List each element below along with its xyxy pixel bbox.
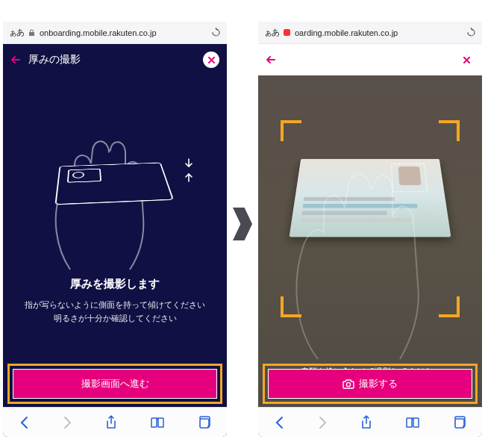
text-size-control[interactable]: ぁあ	[9, 27, 24, 38]
tabs-icon[interactable]	[197, 416, 210, 429]
nav-forward-icon	[62, 416, 72, 429]
instruction-heading: 厚みを撮影します	[25, 277, 205, 291]
back-arrow-icon[interactable]	[10, 55, 21, 65]
frame-corner-icon	[439, 296, 460, 317]
page-title: 厚みの撮影	[28, 53, 81, 66]
cta-highlight-frame: 撮影画面へ進む	[7, 364, 222, 404]
capture-button-label: 撮影する	[359, 377, 398, 391]
url-text[interactable]: oarding.mobile.rakuten.co.jp	[295, 28, 462, 37]
cta-highlight-frame: 撮影する	[263, 364, 478, 404]
camera-panel: 書類を枠に合わせて撮影してください 撮影する	[258, 75, 482, 437]
svg-point-1	[346, 382, 350, 386]
bookmarks-icon[interactable]	[150, 417, 165, 429]
refresh-icon[interactable]	[211, 28, 221, 37]
proceed-button-label: 撮影画面へ進む	[81, 377, 149, 391]
app-header: 厚みの撮影	[3, 44, 227, 75]
frame-corner-icon	[439, 120, 460, 141]
camera-icon	[342, 379, 354, 389]
nav-back-icon[interactable]	[275, 416, 285, 429]
refresh-icon[interactable]	[466, 28, 476, 37]
card-thickness-illustration	[25, 98, 204, 277]
instruction-panel: 厚みを撮影します 指が写らないように側面を持って傾けてください 明るさが十分か確…	[3, 75, 227, 437]
nav-back-icon[interactable]	[19, 416, 30, 429]
safari-addressbar[interactable]: ぁあ onboarding.mobile.rakuten.co.jp	[3, 22, 227, 44]
share-icon[interactable]	[105, 415, 117, 430]
close-icon	[208, 57, 215, 63]
frame-corner-icon	[281, 296, 301, 317]
instruction-body: 指が写らないように側面を持って傾けてください 明るさが十分か確認してください	[25, 299, 205, 325]
transition-arrow-icon	[233, 208, 252, 240]
safari-toolbar	[258, 407, 482, 437]
url-text[interactable]: onboarding.mobile.rakuten.co.jp	[40, 28, 207, 37]
tabs-icon[interactable]	[452, 416, 466, 429]
ios-statusbar	[3, 11, 227, 22]
bookmarks-icon[interactable]	[405, 417, 420, 429]
capture-frame	[281, 120, 460, 317]
proceed-button[interactable]: 撮影画面へ進む	[13, 369, 217, 399]
phone-right: ぁあ oarding.mobile.rakuten.co.jp 厚みの撮影	[258, 11, 482, 437]
app-header: 厚みの撮影	[258, 44, 482, 75]
text-size-control[interactable]: ぁあ	[264, 27, 279, 38]
frame-corner-icon	[281, 120, 301, 141]
nav-forward-icon	[317, 416, 328, 429]
phone-left: ぁあ onboarding.mobile.rakuten.co.jp 厚みの撮影	[3, 11, 227, 437]
close-button[interactable]	[203, 52, 219, 68]
back-arrow-icon[interactable]	[266, 55, 276, 65]
safari-addressbar[interactable]: ぁあ oarding.mobile.rakuten.co.jp	[258, 22, 482, 44]
page-title: 厚みの撮影	[284, 53, 336, 66]
safari-toolbar	[3, 407, 227, 437]
capture-button[interactable]: 撮影する	[268, 369, 472, 399]
close-button[interactable]	[458, 52, 475, 68]
lock-icon	[28, 29, 35, 37]
ios-statusbar	[258, 11, 482, 22]
thickness-arrows-icon	[184, 158, 194, 183]
close-icon	[463, 57, 470, 63]
share-icon[interactable]	[360, 415, 372, 430]
recording-indicator-icon	[284, 29, 290, 36]
